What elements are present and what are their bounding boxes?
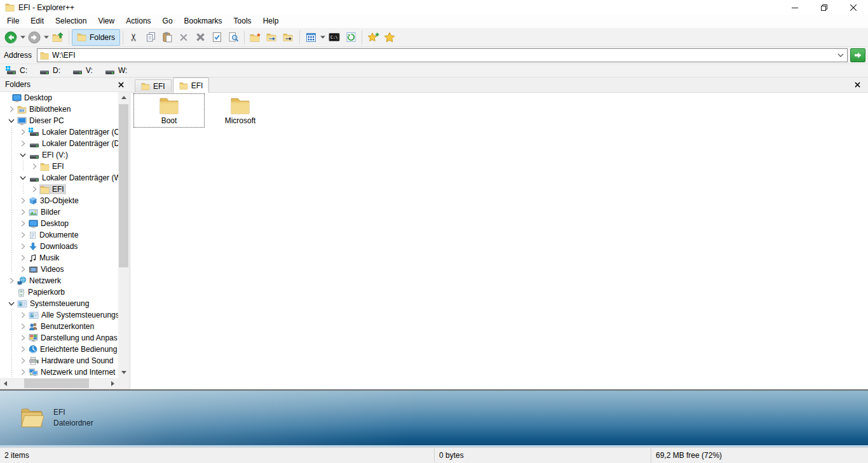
tree-node[interactable]: Bibliotheken [17, 104, 72, 114]
drive-v[interactable]: V: [70, 64, 95, 77]
menu-view[interactable]: View [92, 15, 120, 28]
go-button[interactable] [850, 48, 865, 62]
tree-node[interactable]: Papierkorb [17, 287, 67, 298]
chevron-collapsed-icon[interactable] [18, 243, 28, 250]
tree-item-dokumente[interactable]: Dokumente [0, 229, 118, 241]
tree-node[interactable]: Lokaler Datenträger (D: [28, 138, 118, 149]
tree-vscroll-thumb[interactable] [119, 104, 128, 267]
menu-file[interactable]: File [1, 15, 25, 28]
folders-panel-close-icon[interactable] [116, 79, 126, 90]
tree-node[interactable]: Dokumente [28, 230, 80, 241]
menu-bookmarks[interactable]: Bookmarks [179, 15, 228, 28]
tree-item-hardware-und-sound[interactable]: Hardware und Sound [0, 355, 118, 366]
chevron-expanded-icon[interactable] [6, 302, 17, 306]
tree-node[interactable]: Alle Systemsteuerungs [28, 310, 118, 320]
chevron-collapsed-icon[interactable] [6, 106, 17, 112]
bookmarks-button[interactable] [381, 29, 398, 46]
scroll-right-icon[interactable] [107, 378, 118, 389]
chevron-collapsed-icon[interactable] [18, 232, 28, 238]
tree-item-downloads[interactable]: Downloads [0, 241, 118, 252]
views-dropdown-icon[interactable] [319, 29, 326, 46]
chevron-collapsed-icon[interactable] [18, 255, 28, 261]
address-input[interactable]: W:\EFI [37, 48, 848, 62]
tree-item-alle-systemsteuerungs[interactable]: Alle Systemsteuerungs [0, 309, 118, 321]
chevron-collapsed-icon[interactable] [18, 323, 28, 330]
tree-item-lokaler-datentr-ger-c[interactable]: Lokaler Datenträger (C: [0, 126, 118, 138]
chevron-collapsed-icon[interactable] [6, 278, 17, 284]
chevron-collapsed-icon[interactable] [18, 358, 28, 364]
tree-node[interactable]: Downloads [28, 241, 79, 252]
menu-edit[interactable]: Edit [25, 15, 50, 28]
chevron-collapsed-icon[interactable] [18, 129, 28, 135]
chevron-collapsed-icon[interactable] [18, 369, 28, 375]
cut-button[interactable]: ✂ [126, 29, 142, 46]
forward-button[interactable] [26, 29, 43, 46]
tree-item-efi[interactable]: EFI [0, 161, 118, 172]
chevron-collapsed-icon[interactable] [29, 186, 39, 192]
drive-c[interactable]: C: [4, 64, 29, 77]
paste-button[interactable] [159, 29, 175, 46]
tree-item-bibliotheken[interactable]: Bibliotheken [0, 104, 118, 115]
tree-node[interactable]: EFI [39, 184, 66, 194]
chevron-collapsed-icon[interactable] [18, 140, 28, 147]
file-item-boot[interactable]: Boot [133, 93, 205, 128]
tab-efi-1[interactable]: EFI [135, 79, 172, 92]
menu-help[interactable]: Help [257, 15, 285, 28]
tree-item-desktop[interactable]: Desktop [0, 92, 118, 104]
tree-item-3d-objekte[interactable]: 3D-Objekte [0, 195, 118, 206]
drive-w[interactable]: W: [102, 64, 129, 77]
delete-button[interactable] [175, 29, 192, 46]
tab-close-icon[interactable] [852, 80, 862, 90]
chevron-collapsed-icon[interactable] [18, 198, 28, 204]
tree-item-dieser-pc[interactable]: Dieser PC [0, 115, 118, 126]
tree-item-lokaler-datentr-ger-w[interactable]: Lokaler Datenträger (W [0, 172, 118, 184]
refresh-button[interactable] [342, 29, 359, 46]
tree-item-erleichterte-bedienung[interactable]: Erleichterte Bedienung [0, 344, 118, 355]
scroll-down-icon[interactable] [118, 367, 129, 378]
minimize-button[interactable] [780, 0, 810, 15]
chevron-collapsed-icon[interactable] [18, 220, 28, 227]
chevron-collapsed-icon[interactable] [18, 346, 28, 352]
chevron-expanded-icon[interactable] [6, 119, 17, 123]
tree-vertical-scrollbar[interactable] [118, 92, 129, 378]
tree-item-bilder[interactable]: Bilder [0, 206, 118, 218]
tree-node[interactable]: EFI (V:) [28, 150, 70, 161]
tree-node[interactable]: 3D-Objekte [28, 196, 81, 206]
menu-tools[interactable]: Tools [228, 15, 257, 28]
tree-node[interactable]: Systemsteuerung [17, 299, 91, 309]
tree-node[interactable]: Benutzerkonten [28, 321, 96, 332]
add-bookmark-button[interactable] [365, 29, 381, 46]
tree-item-musik[interactable]: Musik [0, 252, 118, 264]
forward-dropdown-icon[interactable] [43, 29, 50, 46]
tree-node[interactable]: Lokaler Datenträger (C: [28, 127, 118, 138]
tree-node[interactable]: Netzwerk [17, 276, 63, 286]
address-dropdown-icon[interactable] [836, 53, 846, 57]
tree-node[interactable]: Musik [28, 253, 61, 264]
menu-go[interactable]: Go [157, 15, 179, 28]
restore-button[interactable] [810, 0, 839, 15]
tree-node[interactable]: Desktop [11, 93, 54, 104]
tree-item-desktop[interactable]: Desktop [0, 218, 118, 229]
tree-node[interactable]: Desktop [28, 218, 71, 229]
views-button[interactable] [302, 29, 319, 46]
copy-to-button[interactable] [264, 29, 280, 46]
tree-node[interactable]: Bilder [28, 207, 62, 217]
file-list[interactable]: BootMicrosoft [131, 93, 868, 389]
copy-button[interactable] [142, 29, 159, 46]
tree-node[interactable]: Videos [28, 264, 65, 274]
new-folder-button[interactable] [247, 29, 264, 46]
close-button[interactable] [839, 0, 868, 15]
drive-d[interactable]: D: [37, 64, 62, 77]
tree-item-netzwerk-und-internet[interactable]: Netzwerk und Internet [0, 366, 118, 378]
tree-hscroll-thumb[interactable] [24, 379, 89, 388]
tree-item-netzwerk[interactable]: Netzwerk [0, 275, 118, 286]
tree-node[interactable]: Dieser PC [17, 116, 66, 126]
up-button[interactable] [50, 29, 66, 46]
tree-node[interactable]: EFI [39, 161, 66, 171]
chevron-collapsed-icon[interactable] [18, 335, 28, 341]
chevron-expanded-icon[interactable] [18, 153, 28, 158]
chevron-collapsed-icon[interactable] [18, 312, 28, 318]
tree-node[interactable]: Hardware und Sound [28, 356, 115, 366]
scroll-up-icon[interactable] [118, 92, 129, 103]
back-dropdown-icon[interactable] [19, 29, 26, 46]
